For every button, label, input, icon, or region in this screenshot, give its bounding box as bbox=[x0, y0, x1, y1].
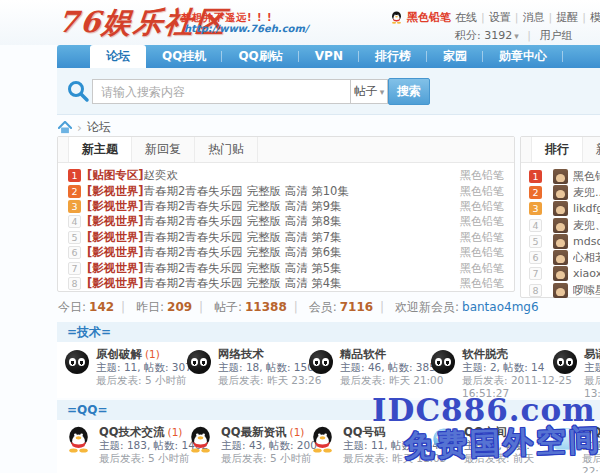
member-name[interactable]: 黑色铅笔 bbox=[573, 169, 600, 184]
forum-lastpost[interactable]: 最后发表: bbox=[584, 374, 600, 387]
member-name[interactable]: 麦兜、_A姐 bbox=[573, 218, 600, 233]
credits-dropdown[interactable]: 积分: 3192 bbox=[455, 29, 519, 42]
member-name[interactable]: xiaoxing123 bbox=[573, 267, 600, 280]
thread-row[interactable]: 2[影视世界]青春期2青春失乐园 完整版 高清 第10集黑色铅笔 bbox=[68, 183, 504, 198]
forum-lastpost[interactable]: 最后发表: 前天 bbox=[464, 452, 534, 465]
forum-lastpost[interactable]: 最后发表: 5 小时前 bbox=[96, 374, 192, 387]
thread-category[interactable]: [影视世界] bbox=[87, 199, 144, 214]
thread-category[interactable]: [影视世界] bbox=[87, 245, 144, 260]
member-row[interactable]: 3likdfgs bbox=[529, 201, 600, 217]
forum-lastpost[interactable]: 最后发表: 昨天 21:00 bbox=[340, 374, 443, 387]
usergroup-label[interactable]: 用户组 bbox=[539, 29, 572, 42]
nav-tab-qq-hangup[interactable]: QQ挂机 bbox=[146, 45, 222, 68]
thread-author[interactable]: 黑色铅笔 bbox=[460, 184, 504, 199]
thread-row[interactable]: 1[贴图专区]赵奕欢黑色铅笔 bbox=[68, 168, 504, 183]
forum-name[interactable]: QQ图标 bbox=[582, 425, 600, 439]
thread-title[interactable]: 青春期2青春失乐园 完整版 高清 第9集 bbox=[144, 199, 452, 214]
nav-tab-vpn[interactable]: VPN bbox=[299, 45, 359, 68]
forum-lastpost[interactable]: 最后发表: bbox=[582, 452, 600, 465]
thread-category[interactable]: [影视世界] bbox=[87, 230, 144, 245]
thread-row[interactable]: 4[影视世界]青春期2青春失乐园 完整版 高清 第8集黑色铅笔 bbox=[68, 214, 504, 229]
section-title-qq[interactable]: =QQ= bbox=[57, 400, 600, 420]
member-avatar[interactable] bbox=[553, 283, 568, 298]
thread-title[interactable]: 青春期2青春失乐园 完整版 高清 第7集 bbox=[144, 230, 452, 245]
forum-block[interactable]: QQ号码 主题: 11, 帖数: 134 最后发表: 昨天 11:05 bbox=[309, 426, 431, 473]
member-avatar[interactable] bbox=[553, 201, 568, 216]
tab-hot-posts[interactable]: 热门贴 bbox=[195, 137, 258, 162]
forum-block[interactable]: QQ图标 主题: 4 最后发表: 22:38:0 bbox=[553, 426, 600, 473]
thread-category[interactable]: [影视世界] bbox=[87, 276, 144, 291]
home-icon[interactable] bbox=[58, 121, 72, 134]
tab-new-threads[interactable]: 新主题 bbox=[68, 137, 132, 162]
forum-lastpost[interactable]: 最后发表: 昨天 23:26 bbox=[218, 374, 321, 387]
site-url[interactable]: http://www.76eh.com/ bbox=[184, 23, 309, 34]
search-scope-select[interactable]: 帖子 bbox=[350, 79, 388, 104]
username-link[interactable]: 黑色铅笔 bbox=[407, 10, 451, 25]
member-row[interactable]: 4麦兜、_A姐 bbox=[529, 217, 600, 233]
thread-row[interactable]: 8[影视世界]青春期2青春失乐园 完整版 高清 第4集黑色铅笔 bbox=[68, 276, 504, 291]
forum-block[interactable]: QQ空间 主题: 1, 帖数: 最后发表: 前天 bbox=[431, 426, 553, 473]
thread-author[interactable]: 黑色铅笔 bbox=[460, 199, 504, 214]
member-row[interactable]: 6心相若则不离 bbox=[529, 249, 600, 265]
nav-tab-ranking[interactable]: 排行榜 bbox=[359, 45, 427, 68]
forum-name[interactable]: 网络技术 bbox=[218, 347, 264, 361]
forum-block[interactable]: 易语高手 主题: 1 最后发表: 13:02:4 bbox=[553, 348, 600, 398]
user-link-online[interactable]: 在线 bbox=[455, 10, 477, 25]
thread-title[interactable]: 青春期2青春失乐园 完整版 高清 第8集 bbox=[144, 214, 452, 229]
member-name[interactable]: likdfgs bbox=[573, 202, 600, 215]
member-name[interactable]: 心相若则不离 bbox=[573, 250, 600, 265]
member-avatar[interactable] bbox=[553, 234, 568, 249]
search-button[interactable]: 搜索 bbox=[388, 78, 430, 105]
tab-new-members[interactable]: 新会员 bbox=[583, 137, 600, 162]
thread-author[interactable]: 黑色铅笔 bbox=[460, 214, 504, 229]
thread-title[interactable]: 青春期2青春失乐园 完整版 高清 第10集 bbox=[144, 184, 452, 199]
thread-row[interactable]: 3[影视世界]青春期2青春失乐园 完整版 高清 第9集黑色铅笔 bbox=[68, 199, 504, 214]
thread-author[interactable]: 黑色铅笔 bbox=[460, 168, 504, 183]
thread-category[interactable]: [影视世界] bbox=[87, 184, 144, 199]
member-row[interactable]: 2麦兜...小峰 bbox=[529, 184, 600, 200]
thread-author[interactable]: 黑色铅笔 bbox=[460, 245, 504, 260]
member-row[interactable]: 7xiaoxing123 bbox=[529, 266, 600, 282]
forum-name[interactable]: QQ号码 bbox=[343, 425, 386, 439]
forum-block[interactable]: 原创破解(1) 主题: 11, 帖数: 307 最后发表: 5 小时前 bbox=[65, 348, 187, 398]
user-link-notices[interactable]: 提醒 bbox=[556, 10, 578, 25]
forum-block[interactable]: QQ技术交流(1) 主题: 183, 帖数: 1462 最后发表: 5 小时前 bbox=[65, 426, 187, 473]
tab-new-replies[interactable]: 新回复 bbox=[132, 137, 195, 162]
user-link-messages[interactable]: 消息 bbox=[522, 10, 544, 25]
member-avatar[interactable] bbox=[553, 185, 568, 200]
thread-row[interactable]: 6[影视世界]青春期2青春失乐园 完整版 高清 第6集黑色铅笔 bbox=[68, 245, 504, 260]
thread-title[interactable]: 青春期2青春失乐园 完整版 高清 第6集 bbox=[144, 245, 452, 260]
forum-block[interactable]: 精品软件 主题: 46, 帖数: 385 最后发表: 昨天 21:00 bbox=[309, 348, 431, 398]
forum-name[interactable]: QQ空间 bbox=[464, 425, 507, 439]
nav-tab-medals[interactable]: 勋章中心 bbox=[483, 45, 563, 68]
forum-lastpost[interactable]: 最后发表: 5 小时前 bbox=[221, 452, 317, 465]
member-avatar[interactable] bbox=[553, 250, 568, 265]
welcome-user-link[interactable]: bantao4mg6 bbox=[462, 300, 539, 314]
member-name[interactable]: mdsq bbox=[573, 235, 600, 248]
nav-tab-qq-diamond[interactable]: QQ刷钻 bbox=[222, 45, 298, 68]
forum-name[interactable]: QQ最新资讯 bbox=[221, 425, 287, 439]
forum-block[interactable]: 软件脱壳 主题: 2, 帖数: 14 最后发表: 2011-12-25 16:5… bbox=[431, 348, 553, 398]
forum-name[interactable]: 软件脱壳 bbox=[462, 347, 508, 361]
user-link-settings[interactable]: 设置 bbox=[489, 10, 511, 25]
forum-name[interactable]: 易语高手 bbox=[584, 347, 600, 361]
thread-author[interactable]: 黑色铅笔 bbox=[460, 230, 504, 245]
member-avatar[interactable] bbox=[553, 218, 568, 233]
forum-block[interactable]: QQ最新资讯(1) 主题: 43, 帖数: 200 最后发表: 5 小时前 bbox=[187, 426, 309, 473]
section-title-tech[interactable]: =技术= bbox=[57, 322, 600, 342]
thread-category[interactable]: [影视世界] bbox=[87, 261, 144, 276]
forum-block[interactable]: 网络技术 主题: 18, 帖数: 150 最后发表: 昨天 23:26 bbox=[187, 348, 309, 398]
nav-tab-home[interactable]: 家园 bbox=[427, 45, 483, 68]
member-row[interactable]: 5mdsq bbox=[529, 233, 600, 249]
forum-name[interactable]: 精品软件 bbox=[340, 347, 386, 361]
thread-row[interactable]: 5[影视世界]青春期2青春失乐园 完整版 高清 第7集黑色铅笔 bbox=[68, 230, 504, 245]
thread-category[interactable]: [贴图专区] bbox=[87, 168, 144, 183]
thread-category[interactable]: [影视世界] bbox=[87, 214, 144, 229]
user-link-modules[interactable]: 模块管理 bbox=[590, 10, 600, 25]
member-row[interactable]: 1黑色铅笔 bbox=[529, 168, 600, 184]
tab-ranking[interactable]: 排行 bbox=[531, 137, 583, 162]
thread-title[interactable]: 赵奕欢 bbox=[144, 168, 452, 183]
member-name[interactable]: 麦兜...小峰 bbox=[573, 185, 600, 200]
thread-title[interactable]: 青春期2青春失乐园 完整版 高清 第5集 bbox=[144, 261, 452, 276]
thread-author[interactable]: 黑色铅笔 bbox=[460, 276, 504, 291]
